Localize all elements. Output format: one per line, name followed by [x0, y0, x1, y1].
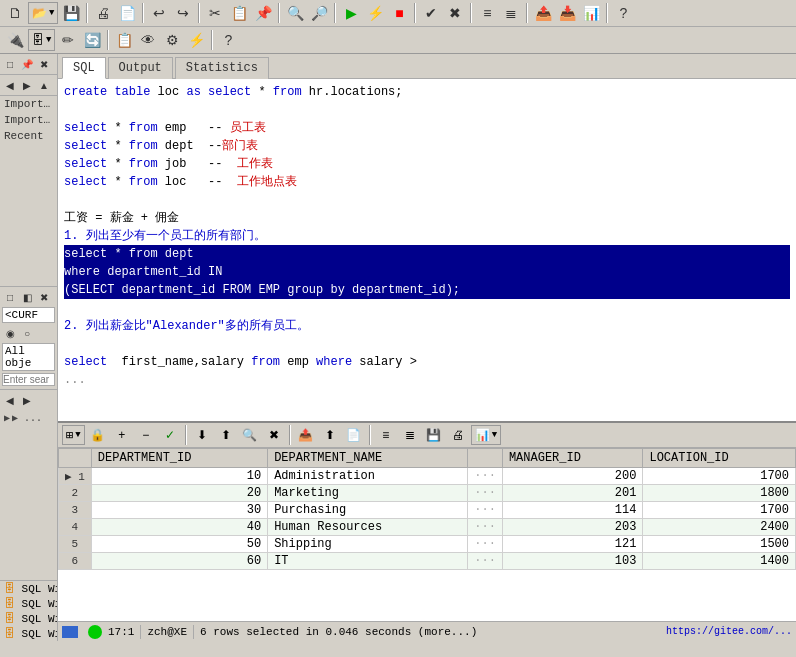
cell-location-id-3: 1700	[643, 502, 796, 519]
tab-output[interactable]: Output	[108, 57, 173, 79]
left-close2-btn[interactable]: ✖	[36, 289, 52, 305]
table-btn[interactable]: 📋	[113, 29, 135, 51]
find-button[interactable]: 🔍	[284, 2, 306, 24]
stop-button[interactable]: ■	[388, 2, 410, 24]
cut-button[interactable]: ✂	[204, 2, 226, 24]
row-selector-3[interactable]: 3	[59, 502, 92, 519]
chart2-dropdown[interactable]: 📊 ▼	[471, 425, 501, 445]
remove-row-btn[interactable]: −	[135, 425, 157, 445]
col-header-dept-id[interactable]: DEPARTMENT_ID	[91, 449, 267, 468]
left-radio2[interactable]: ○	[19, 325, 35, 341]
grid-view-dropdown[interactable]: ⊞ ▼	[62, 425, 85, 445]
data-table: DEPARTMENT_ID DEPARTMENT_NAME MANAGER_ID…	[58, 448, 796, 570]
col-header-dept-name[interactable]: DEPARTMENT_NAME	[268, 449, 468, 468]
replace-button[interactable]: 🔎	[308, 2, 330, 24]
data-grid[interactable]: DEPARTMENT_ID DEPARTMENT_NAME MANAGER_ID…	[58, 448, 796, 621]
left-close-btn[interactable]: ✖	[36, 56, 52, 72]
row-selector-4[interactable]: 4	[59, 519, 92, 536]
conn-item-1[interactable]: 🗄 SQL Wi	[0, 581, 57, 596]
question-btn[interactable]: ?	[217, 29, 239, 51]
export4-btn[interactable]: 📄	[343, 425, 365, 445]
left-item-recent[interactable]: Recent	[0, 128, 57, 144]
left-radio1[interactable]: ◉	[2, 325, 18, 341]
left-pin-btn[interactable]: 📌	[19, 56, 35, 72]
allobje-dropdown[interactable]: All obje	[2, 343, 55, 371]
clear-filter-btn[interactable]: ✖	[263, 425, 285, 445]
cell-dept-id-5: 50	[91, 536, 267, 553]
curf-dropdown[interactable]: <CURF	[2, 307, 55, 323]
save2-btn[interactable]: 💾	[423, 425, 445, 445]
tab-statistics[interactable]: Statistics	[175, 57, 269, 79]
editor-area[interactable]: create table loc as select * from hr.loc…	[58, 79, 796, 421]
left-new-btn[interactable]: □	[2, 56, 18, 72]
new-button[interactable]: 🗋	[4, 2, 26, 24]
left-fwd-btn[interactable]: ▶	[19, 77, 35, 93]
col-header-manager-id[interactable]: MANAGER_ID	[502, 449, 643, 468]
left-item-imported1[interactable]: Imported F	[0, 96, 57, 112]
add-row-btn[interactable]: +	[111, 425, 133, 445]
conn-item-4[interactable]: 🗄 SQL Wi	[0, 626, 57, 641]
calc2-btn[interactable]: ≣	[399, 425, 421, 445]
trigger-btn[interactable]: ⚡	[185, 29, 207, 51]
row-selector-1[interactable]: ▶ 1	[59, 468, 92, 485]
left-pin2-btn[interactable]: □	[2, 289, 18, 305]
paste-button[interactable]: 📌	[252, 2, 274, 24]
left-nav-left[interactable]: ◀	[2, 392, 18, 408]
refresh-button[interactable]: 🔄	[81, 29, 103, 51]
left-pin3-btn[interactable]: ◧	[19, 289, 35, 305]
left-up-btn[interactable]: ▲	[36, 77, 52, 93]
sep9	[606, 3, 608, 23]
col-header-location-id[interactable]: LOCATION_ID	[643, 449, 796, 468]
export2-btn[interactable]: 📤	[295, 425, 317, 445]
print2-btn[interactable]: 🖨	[447, 425, 469, 445]
table-row[interactable]: 2 20 Marketing ··· 201 1800	[59, 485, 796, 502]
left-nav-area: ◀ ▶ ▶ ▶ ...	[0, 390, 57, 580]
left-item-imported2[interactable]: Imported F	[0, 112, 57, 128]
row-selector-5[interactable]: 5	[59, 536, 92, 553]
pencil-button[interactable]: ✏	[57, 29, 79, 51]
left-expand-item1[interactable]: ▶ ▶ ...	[4, 412, 53, 424]
left-back-btn[interactable]: ◀	[2, 77, 18, 93]
copy-button[interactable]: 📋	[228, 2, 250, 24]
sort-asc-btn[interactable]: ⬇	[191, 425, 213, 445]
confirm-btn[interactable]: ✓	[159, 425, 181, 445]
help-button[interactable]: ?	[612, 2, 634, 24]
save-button[interactable]: 💾	[60, 2, 82, 24]
conn-item-3[interactable]: 🗄 SQL Wi	[0, 611, 57, 626]
open-dropdown[interactable]: 📂 ▼	[28, 2, 58, 24]
left-nav-right[interactable]: ▶	[19, 392, 35, 408]
commit-button[interactable]: ✔	[420, 2, 442, 24]
chart-button[interactable]: 📊	[580, 2, 602, 24]
rollback-button[interactable]: ✖	[444, 2, 466, 24]
connect-button[interactable]: 🔌	[4, 29, 26, 51]
row-selector-6[interactable]: 6	[59, 553, 92, 570]
conn-item-2[interactable]: 🗄 SQL Wi	[0, 596, 57, 611]
print-button[interactable]: 🖨	[92, 2, 114, 24]
lock-btn[interactable]: 🔒	[87, 425, 109, 445]
export-button[interactable]: 📤	[532, 2, 554, 24]
connect-dropdown[interactable]: 🗄 ▼	[28, 29, 55, 51]
print-preview-button[interactable]: 📄	[116, 2, 138, 24]
cell-dept-id-3: 30	[91, 502, 267, 519]
redo-button[interactable]: ↪	[172, 2, 194, 24]
calc-btn[interactable]: ≡	[375, 425, 397, 445]
tab-sql[interactable]: SQL	[62, 57, 106, 79]
view-btn[interactable]: 👁	[137, 29, 159, 51]
table-row[interactable]: 6 60 IT ··· 103 1400	[59, 553, 796, 570]
row-selector-2[interactable]: 2	[59, 485, 92, 502]
undo-button[interactable]: ↩	[148, 2, 170, 24]
table-row[interactable]: ▶ 1 10 Administration ··· 200 1700	[59, 468, 796, 485]
table-row[interactable]: 5 50 Shipping ··· 121 1500	[59, 536, 796, 553]
run-script-button[interactable]: ⚡	[364, 2, 386, 24]
table-row[interactable]: 4 40 Human Resources ··· 203 2400	[59, 519, 796, 536]
sort-desc-btn[interactable]: ⬆	[215, 425, 237, 445]
search-input[interactable]	[2, 373, 55, 386]
export3-btn[interactable]: ⬆	[319, 425, 341, 445]
table-row[interactable]: 3 30 Purchasing ··· 114 1700	[59, 502, 796, 519]
procedure-btn[interactable]: ⚙	[161, 29, 183, 51]
run-button[interactable]: ▶	[340, 2, 362, 24]
filter-btn[interactable]: 🔍	[239, 425, 261, 445]
format-button[interactable]: ≡	[476, 2, 498, 24]
format2-button[interactable]: ≣	[500, 2, 522, 24]
import-button[interactable]: 📥	[556, 2, 578, 24]
